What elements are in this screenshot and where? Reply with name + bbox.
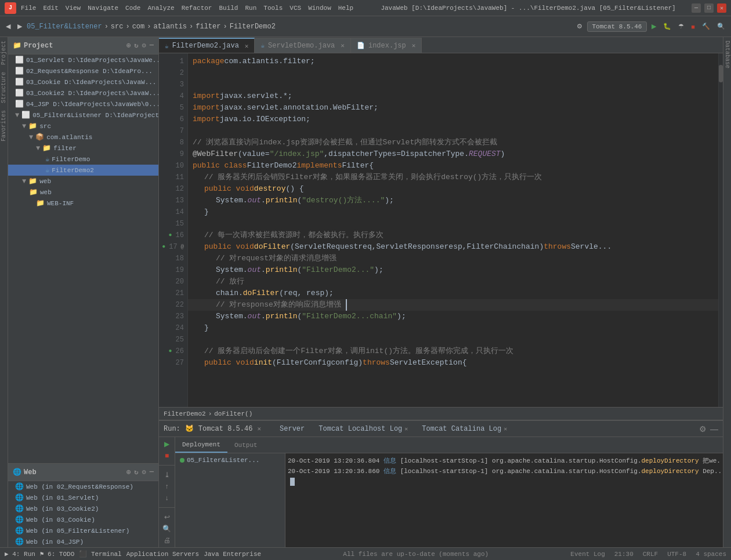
database-side-label[interactable]: Database bbox=[723, 37, 731, 72]
run-config-selector[interactable]: Tomcat 8.5.46 bbox=[587, 21, 647, 32]
menu-analyze[interactable]: Analyze bbox=[147, 5, 174, 12]
indent-display[interactable]: 4 spaces bbox=[696, 551, 726, 558]
tree-item-01servlet[interactable]: ⬜ 01_Servlet D:\IdeaProjects\JavaWe... bbox=[8, 54, 158, 66]
charset-display[interactable]: UTF-8 bbox=[667, 551, 686, 558]
web-icon-btn2[interactable]: ↻ bbox=[134, 468, 138, 477]
minimize-button[interactable]: — bbox=[692, 3, 701, 13]
project-icon-btn2[interactable]: ↻ bbox=[134, 41, 138, 50]
rerun-button[interactable]: ▶ bbox=[161, 439, 173, 449]
tree-item-web2[interactable]: 📁 web bbox=[8, 187, 158, 198]
tab-indexjsp[interactable]: 📄 index.jsp ✕ bbox=[351, 38, 422, 53]
breadcrumb-file: FilterDemo2 bbox=[230, 23, 276, 31]
editor-scrollbar[interactable] bbox=[718, 53, 723, 407]
next-occurrence-button[interactable]: ↓ bbox=[161, 493, 173, 503]
web-item-01servlet[interactable]: 🌐 Web (in 01_Servlet) bbox=[8, 492, 158, 503]
tree-item-src[interactable]: ▼ 📁 src bbox=[8, 121, 158, 132]
status-message: All files are up-to-date (moments ago) bbox=[343, 551, 488, 558]
deployment-tab[interactable]: Deployment bbox=[175, 437, 227, 453]
java-enterprise-status-label[interactable]: Java Enterprise bbox=[204, 551, 261, 558]
event-log-label[interactable]: Event Log bbox=[570, 551, 605, 558]
search-everywhere-button[interactable]: 🔍 bbox=[715, 21, 728, 31]
soft-wrap-button[interactable]: ↩ bbox=[161, 512, 173, 522]
run-tab-close[interactable]: ✕ bbox=[257, 425, 261, 432]
tab-tomcat-localhost-close[interactable]: ✕ bbox=[404, 426, 408, 432]
tab-tomcat-catalina-close[interactable]: ✕ bbox=[504, 426, 507, 432]
tab-tomcat-localhost[interactable]: Tomcat Localhost Log ✕ bbox=[314, 424, 412, 434]
web-item-04jsp[interactable]: 🌐 Web (in 04_JSP) bbox=[8, 536, 158, 547]
web-item-05filter[interactable]: 🌐 Web (in 05_Filter&Listener) bbox=[8, 525, 158, 536]
line-num-22: 22 bbox=[162, 299, 184, 311]
tab-close-servletdemo[interactable]: ✕ bbox=[341, 42, 345, 49]
web-item-03cookie[interactable]: 🌐 Web (in 03_Cookie) bbox=[8, 514, 158, 525]
app-servers-status-label[interactable]: Application Servers bbox=[126, 551, 199, 558]
menu-vcs[interactable]: VCS bbox=[289, 5, 301, 12]
tree-item-03cookie[interactable]: ⬜ 03_Cookie D:\IdeaProjects\JavaW... bbox=[8, 77, 158, 88]
deploy-item-05filter[interactable]: 05_Filter&Lister... bbox=[178, 456, 283, 465]
run-settings-button[interactable]: ⚙ bbox=[574, 21, 585, 31]
stop-bottom-button[interactable]: ■ bbox=[161, 451, 173, 460]
tree-item-02request[interactable]: ⬜ 02_Request&Response D:\IdeaPro... bbox=[8, 66, 158, 77]
menu-help[interactable]: Help bbox=[338, 5, 353, 12]
tree-item-05filter[interactable]: ▼ ⬜ 05_Filter&Listener D:\IdeaProjects..… bbox=[8, 110, 158, 121]
menu-build[interactable]: Build bbox=[219, 5, 238, 12]
tree-item-filter-folder[interactable]: ▼ 📁 filter bbox=[8, 143, 158, 154]
favorites-side-label[interactable]: Favorites bbox=[0, 107, 8, 145]
filter-button[interactable]: 🔍 bbox=[161, 524, 173, 533]
print-button[interactable]: 🖨 bbox=[161, 536, 173, 545]
run-status-label[interactable]: ▶ 4: Run bbox=[5, 550, 35, 558]
project-header-title: Project bbox=[24, 42, 53, 50]
build-button[interactable]: 🔨 bbox=[700, 21, 712, 31]
menu-refactor[interactable]: Refactor bbox=[182, 5, 212, 12]
window-controls[interactable]: — □ ✕ bbox=[692, 3, 726, 13]
tab-server[interactable]: Server bbox=[275, 424, 309, 434]
maximize-button[interactable]: □ bbox=[704, 3, 714, 13]
tree-item-com-atlantis[interactable]: ▼ 📦 com.atlantis bbox=[8, 132, 158, 143]
tab-close-filterdemo2[interactable]: ✕ bbox=[245, 42, 249, 50]
tree-item-filterdemo[interactable]: ☕ FilterDemo bbox=[8, 154, 158, 165]
tree-item-03cookie2[interactable]: ⬜ 03_Cookie2 D:\IdeaProjects\JavaW... bbox=[8, 88, 158, 99]
run-button[interactable]: ▶ bbox=[649, 21, 658, 31]
tab-close-indexjsp[interactable]: ✕ bbox=[412, 42, 416, 49]
bottom-minimize-button[interactable]: — bbox=[710, 424, 718, 434]
tree-item-web1[interactable]: ▼ 📁 web bbox=[8, 176, 158, 187]
terminal-status-label[interactable]: ⬛ Terminal bbox=[79, 550, 121, 558]
tree-item-04jsp[interactable]: ⬜ 04_JSP D:\IdeaProjects\JavaWeb\0... bbox=[8, 99, 158, 110]
menu-window[interactable]: Window bbox=[308, 5, 331, 12]
tab-filterdemo2[interactable]: ☕ FilterDemo2.java ✕ bbox=[159, 38, 255, 53]
line-ending-display[interactable]: CRLF bbox=[643, 551, 658, 558]
previous-occurrence-button[interactable]: ↑ bbox=[161, 482, 173, 491]
structure-side-label[interactable]: Structure bbox=[0, 68, 8, 107]
menu-file[interactable]: File bbox=[21, 5, 36, 12]
output-tab[interactable]: Output bbox=[227, 437, 265, 453]
bottom-settings-button[interactable]: ⚙ bbox=[699, 424, 707, 434]
coverage-button[interactable]: ☂ bbox=[676, 21, 686, 31]
web-icon-btn4[interactable]: — bbox=[150, 468, 154, 477]
tree-item-filterdemo2[interactable]: ☕ FilterDemo2 bbox=[8, 165, 158, 176]
project-icon-btn1[interactable]: ⊕ bbox=[126, 41, 131, 50]
web-item-03cookie2[interactable]: 🌐 Web (in 03_Cookie2) bbox=[8, 503, 158, 514]
menu-navigate[interactable]: Navigate bbox=[88, 5, 118, 12]
close-button[interactable]: ✕ bbox=[717, 3, 726, 13]
scroll-to-end-button[interactable]: ⤓ bbox=[161, 470, 173, 479]
project-icon-btn4[interactable]: — bbox=[150, 41, 154, 50]
menu-view[interactable]: View bbox=[66, 5, 81, 12]
menu-code[interactable]: Code bbox=[125, 5, 140, 12]
code-editor[interactable]: package com.atlantis.filter; import java… bbox=[188, 53, 718, 407]
todo-status-label[interactable]: ⚑ 6: TODO bbox=[40, 550, 74, 558]
toolbar-back-button[interactable]: ◀ bbox=[3, 21, 13, 31]
menu-edit[interactable]: Edit bbox=[43, 5, 58, 12]
web-item-02request[interactable]: 🌐 Web (in 02_Request&Response) bbox=[8, 481, 158, 492]
project-side-label[interactable]: Project bbox=[0, 37, 8, 68]
menu-run[interactable]: Run bbox=[245, 5, 256, 12]
tab-tomcat-catalina[interactable]: Tomcat Catalina Log ✕ bbox=[417, 424, 512, 434]
stop-button[interactable]: ■ bbox=[689, 22, 697, 31]
menu-tools[interactable]: Tools bbox=[263, 5, 283, 12]
tree-item-webinf[interactable]: 📁 WEB-INF bbox=[8, 198, 158, 209]
toolbar-forward-button[interactable]: ▶ bbox=[15, 21, 24, 31]
tab-servletdemo[interactable]: ☕ ServletDemo.java ✕ bbox=[255, 38, 350, 53]
web-icon-btn1[interactable]: ⊕ bbox=[126, 468, 131, 477]
project-icon-btn3[interactable]: ⚙ bbox=[142, 41, 146, 50]
menu-bar[interactable]: File Edit View Navigate Code Analyze Ref… bbox=[21, 5, 353, 12]
web-icon-btn3[interactable]: ⚙ bbox=[142, 468, 146, 477]
debug-button[interactable]: 🐛 bbox=[661, 21, 674, 31]
